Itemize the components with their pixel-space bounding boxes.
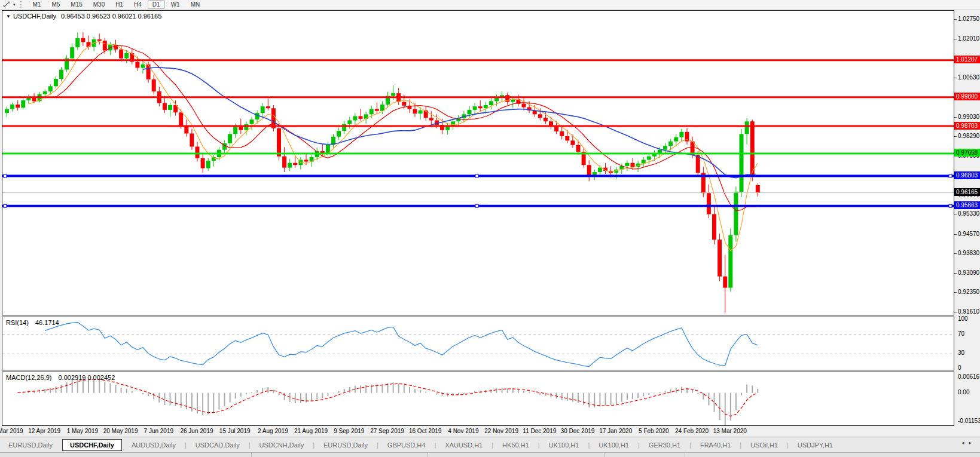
y-tick-label: 1.00530 — [958, 75, 979, 81]
y-tick-mark — [954, 117, 957, 118]
tab-scroll-right-icon[interactable]: ▸ — [969, 440, 976, 446]
y-tick-label: 0.95330 — [958, 211, 979, 217]
y-tick-mark — [954, 39, 957, 39]
rsi-axis-label: 100 — [958, 316, 968, 322]
main-chart-panel[interactable]: ▼USDCHF,Daily0.96453 0.96523 0.96021 0.9… — [2, 10, 954, 315]
h-line-handle[interactable] — [4, 204, 7, 207]
chart-tab-xauusd-h1[interactable]: XAUUSD,H1 — [436, 440, 491, 450]
price-axis[interactable]: 1.027501.020101.005300.990300.982900.975… — [954, 10, 980, 427]
ma-line-fast — [29, 41, 758, 250]
y-tick-mark — [954, 214, 957, 214]
chart-tab-ger30-h1[interactable]: GER30,H1 — [640, 440, 689, 450]
x-tick-label: 7 Jun 2019 — [144, 428, 174, 434]
y-tick-label: 0.98290 — [958, 133, 979, 139]
macd-axis-label: 0.006167 — [958, 374, 980, 380]
x-tick-label: 13 Mar 2020 — [713, 428, 747, 434]
h-line-price-label: 0.98703 — [954, 122, 980, 130]
y-tick-mark — [954, 273, 957, 274]
chart-tab-eurusd-daily[interactable]: EURUSD,Daily — [0, 440, 61, 450]
timeframe-toolbar: ▾ M1M5M15M30H1H4D1W1MN — [0, 0, 980, 10]
y-tick-label: 0.93090 — [958, 270, 979, 276]
y-tick-mark — [954, 136, 957, 137]
current-price-label: 0.96165 — [954, 188, 980, 196]
chart-tab-usdchf-daily[interactable]: USDCHF,Daily — [62, 439, 122, 451]
y-tick-label: 0.99030 — [958, 114, 979, 120]
macd-axis-label: -0.011531 — [958, 418, 980, 424]
macd-chart[interactable] — [2, 372, 954, 425]
timeframe-button-m30[interactable]: M30 — [88, 0, 109, 9]
macd-values: 0.002919 0.002452 — [58, 374, 115, 381]
chart-tab-audusd-daily[interactable]: AUDUSD,Daily — [123, 440, 184, 450]
chart-title-ohlc: 0.96453 0.96523 0.96021 0.96165 — [61, 13, 161, 20]
rsi-line — [45, 323, 758, 367]
h-line-handle[interactable] — [949, 204, 952, 207]
x-tick-label: 16 Oct 2019 — [409, 428, 441, 434]
rsi-label: RSI(14) 46.1714 — [6, 319, 59, 326]
x-tick-label: 5 Feb 2020 — [639, 428, 669, 434]
ma-line-mid — [56, 46, 758, 211]
h-line-handle[interactable] — [475, 204, 478, 207]
macd-axis-label: 0.00 — [958, 389, 969, 395]
tab-scroll-left-icon[interactable]: ◂ — [961, 440, 969, 446]
x-tick-label: 24 Feb 2020 — [675, 428, 709, 434]
h-line-handle[interactable] — [4, 174, 7, 177]
h-line-price-label: 0.96803 — [954, 171, 980, 179]
timeframe-button-m5[interactable]: M5 — [47, 0, 65, 9]
chart-tab-hk50-h1[interactable]: HK50,H1 — [494, 440, 538, 450]
timeframe-button-d1[interactable]: D1 — [148, 0, 165, 9]
status-bar-separator — [604, 453, 605, 457]
chart-tab-bar: EURUSD,DailyUSDCHF,DailyAUDUSD,Daily|USD… — [0, 437, 980, 453]
chart-tab-eurusd-daily[interactable]: EURUSD,Daily — [315, 440, 376, 450]
rsi-chart[interactable] — [2, 317, 954, 370]
x-tick-label: 1 May 2019 — [67, 428, 98, 434]
trading-terminal-window: ▾ M1M5M15M30H1H4D1W1MN ▼USDCHF,Daily0.96… — [0, 0, 980, 457]
h-line-handle[interactable] — [475, 174, 478, 177]
line-draw-tool-icon[interactable] — [2, 1, 13, 8]
macd-name: MACD(12,26,9) — [6, 374, 51, 381]
h-line-handle[interactable] — [949, 174, 952, 177]
timeframe-button-m15[interactable]: M15 — [66, 0, 87, 9]
h-line-price-label: 0.95663 — [954, 201, 980, 209]
x-tick-label: 25 Mar 2019 — [0, 428, 23, 434]
y-tick-label: 0.91610 — [958, 309, 979, 315]
chart-tab-usoil-h1[interactable]: USOil,H1 — [742, 440, 786, 450]
y-tick-label: 1.02010 — [958, 36, 979, 42]
y-tick-mark — [954, 19, 957, 20]
time-axis[interactable]: 25 Mar 201912 Apr 20191 May 201920 May 2… — [2, 427, 954, 436]
y-tick-label: 0.93830 — [958, 250, 979, 256]
rsi-axis-label: 0 — [958, 365, 961, 371]
status-bar — [0, 452, 980, 457]
y-tick-mark — [954, 78, 957, 78]
chart-tab-gbpusd-h4[interactable]: GBPUSD,H4 — [379, 440, 434, 450]
x-tick-label: 17 Jan 2020 — [599, 428, 632, 434]
status-bar-separator — [685, 453, 685, 457]
timeframe-button-mn[interactable]: MN — [186, 0, 205, 9]
x-tick-label: 27 Sep 2019 — [370, 428, 404, 434]
x-tick-label: 21 Aug 2019 — [294, 428, 328, 434]
timeframe-button-w1[interactable]: W1 — [166, 0, 185, 9]
chart-tab-uk100-h1[interactable]: UK100,H1 — [590, 440, 637, 450]
y-tick-label: 0.92350 — [958, 289, 979, 295]
rsi-name: RSI(14) — [6, 319, 29, 326]
chart-tab-uk100-h1[interactable]: UK100,H1 — [541, 440, 588, 450]
chart-title: ▼USDCHF,Daily0.96453 0.96523 0.96021 0.9… — [6, 13, 161, 20]
chart-tab-usdcnh-daily[interactable]: USDCNH,Daily — [251, 440, 313, 450]
macd-indicator-panel[interactable]: MACD(12,26,9) 0.002919 0.002452 — [2, 372, 954, 426]
rsi-indicator-panel[interactable]: RSI(14) 46.1714 — [2, 317, 954, 370]
y-tick-mark — [954, 292, 957, 293]
h-line-price-label: 1.01207 — [954, 56, 980, 63]
toolbar-grip[interactable] — [20, 1, 25, 8]
candlestick-chart[interactable] — [2, 11, 954, 315]
macd-label: MACD(12,26,9) 0.002919 0.002452 — [6, 374, 115, 381]
timeframe-button-m1[interactable]: M1 — [28, 0, 46, 9]
chart-title-symbol: USDCHF,Daily — [13, 13, 56, 20]
chart-tab-usdcad-daily[interactable]: USDCAD,Daily — [187, 440, 248, 450]
chart-menu-caret-icon[interactable]: ▼ — [6, 14, 11, 19]
timeframe-button-h4[interactable]: H4 — [129, 0, 146, 9]
rsi-value: 46.1714 — [35, 319, 59, 326]
chart-tab-fra40-h1[interactable]: FRA40,H1 — [692, 440, 739, 450]
timeframe-button-h1[interactable]: H1 — [111, 0, 128, 9]
toolbar-dropdown-caret-icon[interactable]: ▾ — [13, 2, 16, 7]
x-tick-label: 9 Sep 2019 — [334, 428, 364, 434]
chart-tab-usdjpy-h1[interactable]: USDJPY,H1 — [789, 440, 841, 450]
